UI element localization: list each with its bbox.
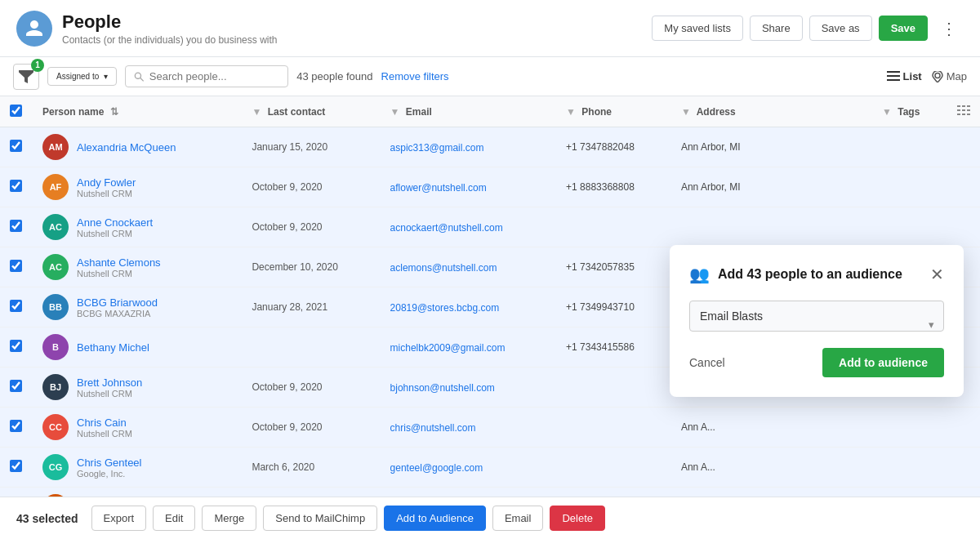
row-checkbox[interactable]	[10, 300, 22, 312]
selected-count: 43 selected	[16, 512, 78, 525]
delete-button[interactable]: Delete	[550, 506, 605, 531]
email-link[interactable]: genteel@google.com	[390, 462, 483, 474]
email-link[interactable]: aspic313@gmail.com	[390, 142, 484, 154]
row-checkbox[interactable]	[10, 380, 22, 392]
edit-button[interactable]: Edit	[153, 506, 195, 531]
email-button[interactable]: Email	[492, 506, 544, 531]
col-tags[interactable]: ▼ Tags	[872, 96, 947, 127]
col-person-name-label: Person name	[42, 106, 104, 118]
row-checkbox-cell	[0, 207, 33, 247]
email-cell: michelbk2009@gmail.com	[381, 327, 557, 368]
col-email[interactable]: ▼ Email	[381, 96, 557, 127]
row-checkbox-cell	[0, 408, 33, 448]
person-company: Nutshell CRM	[77, 269, 161, 278]
phone-cell	[556, 448, 671, 488]
person-company: Google, Inc.	[77, 469, 141, 479]
svg-rect-10	[962, 109, 965, 111]
person-name[interactable]: Ashante Clemons	[77, 256, 161, 269]
list-view-button[interactable]: List	[887, 70, 922, 82]
row-checkbox[interactable]	[10, 340, 22, 352]
person-name[interactable]: Alexandria McQueen	[77, 141, 176, 154]
email-cell: bjohnson@nutshell.com	[381, 368, 557, 408]
person-name[interactable]: Andy Fowler	[77, 176, 136, 189]
row-checkbox[interactable]	[10, 220, 22, 232]
modal-title-text: Add 43 people to an audience	[718, 267, 902, 282]
email-cell: acnockaert@nutshell.com	[381, 207, 557, 247]
search-box[interactable]	[125, 65, 288, 87]
row-checkbox-cell	[0, 448, 33, 488]
last-contact-cell: January 15, 2020	[242, 127, 380, 167]
svg-rect-7	[957, 109, 960, 111]
avatar: AF	[42, 174, 69, 200]
col-phone[interactable]: ▼ Phone	[556, 96, 671, 127]
send-to-mailchimp-button[interactable]: Send to MailChimp	[263, 506, 377, 531]
modal-add-button[interactable]: Add to audience	[822, 348, 944, 377]
row-checkbox[interactable]	[10, 180, 22, 192]
col-tags-label: Tags	[898, 106, 920, 118]
col-last-contact[interactable]: ▼ Last contact	[242, 96, 380, 127]
select-all-checkbox[interactable]	[10, 105, 22, 117]
email-link[interactable]: bjohnson@nutshell.com	[390, 382, 495, 394]
svg-rect-13	[967, 109, 970, 111]
last-contact-cell: January 28, 2021	[242, 287, 380, 327]
col-address[interactable]: ▼ Address	[671, 96, 872, 127]
row-checkbox[interactable]	[10, 460, 22, 472]
search-input[interactable]	[149, 70, 279, 82]
person-name[interactable]: BCBG Briarwood	[77, 296, 158, 309]
last-contact-cell: December 28, 2020	[242, 488, 380, 497]
map-view-button[interactable]: Map	[932, 70, 967, 82]
table-row: ACAnne CnockaertNutshell CRMOctober 9, 2…	[0, 207, 980, 247]
remove-filters-link[interactable]: Remove filters	[381, 70, 449, 82]
row-checkbox[interactable]	[10, 420, 22, 432]
person-name[interactable]: Chris Genteel	[77, 457, 141, 469]
last-contact-cell: October 9, 2020	[242, 207, 380, 247]
table-header-row: Person name ⇅ ▼ Last contact ▼ Email ▼ P…	[0, 96, 980, 127]
add-to-audience-button[interactable]: Add to Audience	[384, 506, 486, 531]
row-more-cell	[947, 408, 980, 448]
person-name[interactable]: Brett Johnson	[77, 376, 142, 389]
email-link[interactable]: acnockaert@nutshell.com	[390, 222, 503, 234]
audience-select[interactable]: Email Blasts Newsletter Promotions	[689, 301, 944, 332]
row-checkbox-cell	[0, 327, 33, 368]
export-button[interactable]: Export	[91, 506, 147, 531]
email-link[interactable]: chris@nutshell.com	[390, 422, 476, 434]
col-address-label: Address	[697, 106, 736, 118]
address-cell: 826 C...	[671, 488, 872, 497]
phone-cell: +1 7342057835	[556, 247, 671, 287]
row-checkbox[interactable]	[10, 260, 22, 272]
row-checkbox-cell	[0, 488, 33, 497]
email-link[interactable]: 20819@stores.bcbg.com	[390, 302, 500, 314]
row-checkbox[interactable]	[10, 140, 22, 152]
sort-icon: ⇅	[110, 106, 118, 118]
phone-cell: +1 7346788224	[556, 488, 671, 497]
address-cell: Ann A...	[671, 408, 872, 448]
person-name[interactable]: Anne Cnockaert	[77, 216, 153, 229]
assigned-to-button[interactable]: Assigned to ▾	[47, 67, 117, 86]
email-cell: aspic313@gmail.com	[381, 127, 557, 167]
person-cell: ACAshante ClemonsNutshell CRM	[33, 247, 242, 287]
phone-cell	[556, 408, 671, 448]
person-name[interactable]: Chris Cain	[77, 416, 132, 429]
row-more-cell	[947, 448, 980, 488]
svg-rect-4	[887, 79, 900, 81]
more-options-button[interactable]: ⋮	[934, 16, 964, 42]
row-more-cell	[947, 127, 980, 167]
filter-badge-wrapper: 1	[13, 64, 39, 90]
email-link[interactable]: michelbk2009@gmail.com	[390, 342, 506, 354]
email-link[interactable]: aclemons@nutshell.com	[390, 262, 497, 274]
table-row: AFAndy FowlerNutshell CRMOctober 9, 2020…	[0, 167, 980, 207]
save-as-button[interactable]: Save as	[809, 16, 872, 41]
col-more[interactable]	[947, 96, 980, 127]
filter-badge-count: 1	[31, 59, 44, 72]
person-company: Nutshell CRM	[77, 429, 132, 439]
select-all-header[interactable]	[0, 96, 33, 127]
col-person-name[interactable]: Person name ⇅	[33, 96, 242, 127]
modal-close-button[interactable]: ✕	[930, 266, 944, 283]
merge-button[interactable]: Merge	[202, 506, 256, 531]
my-saved-lists-button[interactable]: My saved lists	[652, 16, 743, 41]
modal-cancel-button[interactable]: Cancel	[689, 350, 725, 376]
email-link[interactable]: aflower@nutshell.com	[390, 182, 487, 194]
save-button[interactable]: Save	[879, 16, 928, 41]
share-button[interactable]: Share	[750, 16, 803, 41]
person-name[interactable]: Bethany Michel	[77, 341, 149, 354]
